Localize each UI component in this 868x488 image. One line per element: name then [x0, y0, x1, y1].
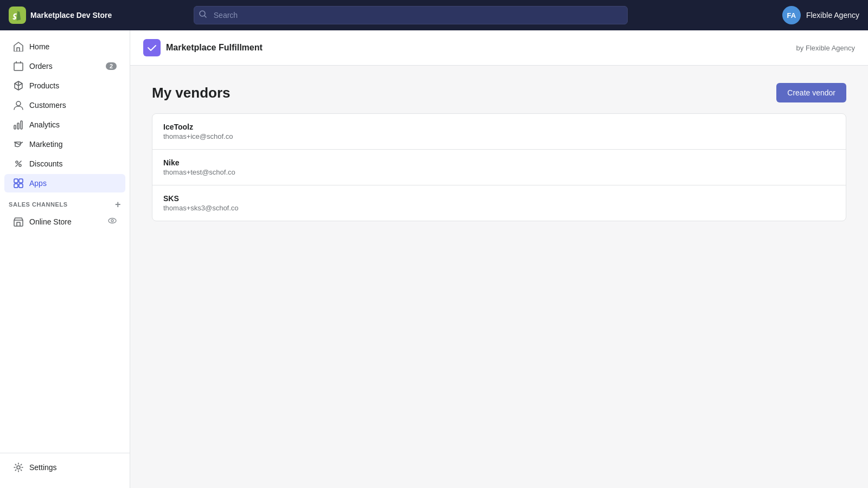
svg-point-2 — [16, 101, 21, 106]
app-by-label: by Flexible Agency — [796, 44, 855, 52]
svg-point-6 — [16, 161, 18, 163]
sidebar-item-orders[interactable]: Orders 2 — [4, 57, 125, 75]
sidebar-label-discounts: Discounts — [29, 159, 62, 168]
sidebar-label-apps: Apps — [29, 179, 47, 188]
app-title: Marketplace Fulfillment — [166, 43, 263, 53]
svg-point-13 — [108, 219, 116, 223]
sidebar-item-apps[interactable]: Apps — [4, 174, 125, 192]
sidebar-item-marketing[interactable]: Marketing — [4, 135, 125, 153]
svg-point-14 — [111, 220, 113, 222]
svg-rect-8 — [14, 179, 18, 183]
top-navigation: Marketplace Dev Store FA Flexible Agency — [0, 0, 868, 30]
sidebar-label-analytics: Analytics — [29, 120, 60, 129]
vendor-email: thomas+sks3@schof.co — [163, 204, 835, 212]
sidebar: Home Orders 2 Products Customers — [0, 30, 130, 488]
settings-icon — [13, 463, 24, 472]
svg-rect-11 — [19, 184, 23, 188]
svg-rect-12 — [14, 220, 23, 226]
avatar[interactable]: FA — [782, 6, 801, 24]
vendor-name: Nike — [163, 158, 835, 167]
vendors-header: My vendors Create vendor — [152, 83, 846, 102]
sidebar-item-products[interactable]: Products — [4, 76, 125, 95]
sidebar-label-customers: Customers — [29, 101, 66, 110]
orders-icon — [13, 61, 24, 71]
svg-point-7 — [19, 164, 21, 166]
vendors-title: My vendors — [152, 85, 231, 101]
svg-rect-10 — [14, 184, 18, 188]
apps-icon — [13, 178, 24, 188]
vendor-email: thomas+ice@schof.co — [163, 132, 835, 140]
add-sales-channel-button[interactable]: + — [115, 200, 121, 209]
brand-name: Marketplace Dev Store — [30, 11, 112, 20]
sidebar-item-customers[interactable]: Customers — [4, 96, 125, 114]
home-icon — [13, 42, 24, 52]
sales-channels-section-label: SALES CHANNELS + — [0, 193, 130, 211]
customers-icon — [13, 100, 24, 110]
sidebar-label-settings: Settings — [29, 463, 57, 472]
search-input[interactable] — [194, 6, 628, 24]
svg-point-15 — [17, 466, 20, 469]
eye-icon[interactable] — [108, 216, 117, 227]
svg-rect-5 — [21, 121, 22, 129]
app-header: Marketplace Fulfillment by Flexible Agen… — [130, 30, 868, 66]
svg-rect-3 — [14, 125, 16, 129]
vendor-item-icetoolz[interactable]: IceToolz thomas+ice@schof.co — [152, 114, 846, 150]
sidebar-label-products: Products — [29, 81, 59, 90]
sidebar-item-settings[interactable]: Settings — [4, 458, 125, 477]
create-vendor-button[interactable]: Create vendor — [776, 83, 846, 102]
search-icon — [199, 10, 207, 20]
sidebar-item-home[interactable]: Home — [4, 37, 125, 56]
vendor-name: SKS — [163, 194, 835, 203]
sidebar-label-orders: Orders — [29, 62, 53, 70]
vendor-item-nike[interactable]: Nike thomas+test@schof.co — [152, 150, 846, 185]
shopify-logo-icon — [9, 7, 26, 24]
sidebar-item-discounts[interactable]: Discounts — [4, 155, 125, 173]
products-icon — [13, 81, 24, 91]
marketing-icon — [13, 139, 24, 149]
vendor-item-sks[interactable]: SKS thomas+sks3@schof.co — [152, 185, 846, 221]
main-content: Marketplace Fulfillment by Flexible Agen… — [130, 30, 868, 488]
vendors-content: My vendors Create vendor IceToolz thomas… — [130, 66, 868, 239]
orders-badge: 2 — [106, 62, 117, 70]
svg-rect-1 — [14, 63, 23, 70]
svg-rect-9 — [19, 179, 23, 183]
discounts-icon — [13, 159, 24, 169]
topnav-right: FA Flexible Agency — [782, 6, 859, 24]
analytics-icon — [13, 120, 24, 130]
vendor-name: IceToolz — [163, 123, 835, 131]
user-name: Flexible Agency — [806, 11, 859, 20]
svg-rect-4 — [17, 123, 19, 129]
brand-logo[interactable]: Marketplace Dev Store — [9, 7, 112, 24]
vendor-email: thomas+test@schof.co — [163, 168, 835, 176]
sidebar-label-home: Home — [29, 42, 49, 51]
vendor-list: IceToolz thomas+ice@schof.co Nike thomas… — [152, 113, 846, 221]
sidebar-item-online-store[interactable]: Online Store — [4, 212, 125, 231]
app-logo-icon — [143, 39, 161, 56]
app-header-left: Marketplace Fulfillment — [143, 39, 263, 56]
search-bar — [194, 6, 628, 24]
online-store-icon — [13, 217, 24, 227]
sidebar-label-marketing: Marketing — [29, 140, 62, 149]
sidebar-item-analytics[interactable]: Analytics — [4, 115, 125, 134]
online-store-label: Online Store — [29, 217, 72, 226]
